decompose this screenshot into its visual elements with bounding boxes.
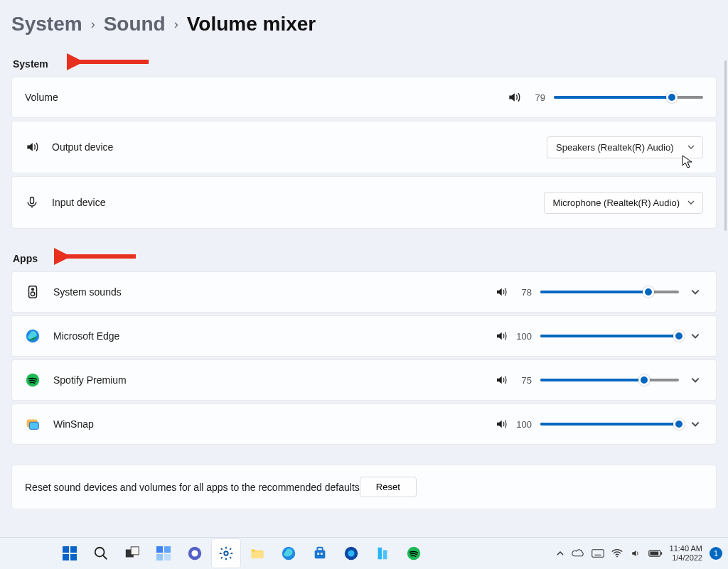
svg-rect-33 [378, 548, 382, 560]
input-device-select[interactable]: Microphone (Realtek(R) Audio) [544, 192, 703, 214]
svg-rect-21 [164, 554, 171, 560]
breadcrumb-system[interactable]: System [11, 13, 82, 36]
taskbar-app-settings[interactable] [212, 539, 240, 568]
chevron-right-icon: › [174, 17, 178, 32]
app-name: Microsoft Edge [53, 330, 119, 342]
breadcrumb-sound[interactable]: Sound [104, 13, 166, 36]
expand-button[interactable] [687, 287, 703, 297]
app-volume-row[interactable]: Spotify Premium75 [11, 359, 717, 401]
start-button[interactable] [55, 539, 84, 568]
svg-rect-13 [70, 554, 77, 560]
keyboard-icon[interactable] [592, 548, 604, 558]
app-volume-value: 78 [516, 287, 532, 298]
app-name: Spotify Premium [53, 374, 127, 386]
speaker-icon[interactable] [495, 286, 508, 298]
notification-badge[interactable]: 1 [710, 547, 722, 560]
output-device-select[interactable]: Speakers (Realtek(R) Audio) [547, 136, 703, 158]
svg-rect-12 [63, 554, 69, 560]
speaker-icon[interactable] [507, 90, 521, 104]
app-volume-slider[interactable] [540, 285, 679, 299]
reset-button[interactable]: Reset [360, 477, 417, 497]
svg-point-23 [191, 550, 198, 556]
app-volume-row[interactable]: System sounds78 [11, 271, 717, 313]
chevron-down-icon [687, 143, 695, 151]
onedrive-icon[interactable] [572, 548, 584, 558]
speaker-icon [25, 140, 39, 154]
app-volume-row[interactable]: WinSnap100 [11, 403, 717, 445]
input-device-label: Input device [52, 197, 106, 208]
taskbar-app-chat[interactable] [181, 539, 209, 568]
input-device-row[interactable]: Input device Microphone (Realtek(R) Audi… [11, 176, 717, 229]
taskbar-app-generic-2[interactable] [368, 539, 397, 568]
svg-rect-36 [592, 550, 604, 558]
svg-rect-25 [252, 551, 264, 558]
battery-icon[interactable] [648, 549, 663, 558]
app-volume-slider[interactable] [540, 373, 679, 387]
svg-rect-40 [660, 552, 662, 554]
svg-point-24 [224, 551, 228, 556]
output-device-row[interactable]: Output device Speakers (Realtek(R) Audio… [11, 121, 717, 173]
taskbar-app-store[interactable] [306, 539, 334, 568]
search-button[interactable] [87, 539, 115, 568]
app-icon [25, 416, 41, 432]
scrollbar[interactable] [724, 60, 727, 231]
output-device-selected: Speakers (Realtek(R) Audio) [556, 142, 673, 153]
expand-button[interactable] [687, 331, 703, 341]
expand-button[interactable] [687, 375, 703, 385]
svg-rect-29 [317, 553, 319, 555]
svg-rect-19 [164, 546, 171, 553]
svg-point-5 [31, 292, 35, 296]
tray-time: 11:40 AM [670, 544, 702, 553]
taskbar-app-explorer[interactable] [243, 539, 272, 568]
svg-rect-28 [317, 548, 322, 551]
app-icon [25, 328, 41, 344]
task-view-button[interactable] [118, 539, 146, 568]
tray-date: 1/4/2022 [670, 553, 702, 563]
svg-point-14 [95, 548, 105, 557]
reset-row: Reset sound devices and volumes for all … [11, 465, 717, 509]
taskbar-app-generic-1[interactable] [337, 539, 365, 568]
app-volume-slider[interactable] [540, 329, 679, 343]
chevron-right-icon: › [91, 17, 95, 32]
speaker-icon[interactable] [495, 374, 508, 386]
svg-point-4 [32, 288, 34, 291]
svg-rect-17 [131, 547, 139, 555]
microphone-icon [25, 195, 39, 210]
tray-clock[interactable]: 11:40 AM 1/4/2022 [670, 544, 702, 562]
app-volume-row[interactable]: Microsoft Edge100 [11, 315, 717, 357]
svg-line-15 [103, 556, 107, 560]
system-volume-row: Volume 79 [11, 77, 717, 118]
app-volume-value: 100 [516, 331, 532, 342]
volume-value: 79 [530, 92, 545, 103]
section-label-apps: Apps [13, 253, 38, 264]
volume-slider[interactable] [554, 90, 703, 104]
expand-button[interactable] [687, 419, 703, 429]
tray-overflow-button[interactable] [556, 549, 564, 558]
svg-rect-18 [156, 546, 163, 553]
widgets-button[interactable] [149, 539, 178, 568]
svg-point-32 [348, 550, 354, 556]
volume-label: Volume [25, 92, 58, 103]
app-icon [25, 372, 41, 388]
app-volume-slider[interactable] [540, 417, 679, 431]
svg-rect-20 [156, 554, 163, 560]
taskbar-app-edge[interactable] [274, 539, 303, 568]
breadcrumb-current: Volume mixer [187, 13, 316, 36]
app-name: WinSnap [53, 418, 94, 430]
speaker-icon[interactable] [495, 418, 508, 430]
svg-rect-30 [321, 553, 323, 555]
wifi-icon[interactable] [611, 548, 623, 558]
annotation-arrow-icon [54, 247, 139, 266]
breadcrumb: System › Sound › Volume mixer [11, 13, 717, 36]
taskbar-app-spotify[interactable] [400, 539, 428, 568]
svg-point-38 [616, 556, 618, 557]
svg-rect-1 [31, 197, 34, 204]
chevron-down-icon [687, 198, 695, 207]
speaker-icon[interactable] [495, 330, 508, 342]
svg-rect-11 [70, 546, 77, 553]
app-icon [25, 284, 41, 300]
svg-rect-9 [29, 422, 38, 429]
svg-rect-41 [650, 552, 658, 556]
app-volume-value: 75 [516, 375, 532, 386]
volume-tray-icon[interactable] [630, 548, 641, 558]
